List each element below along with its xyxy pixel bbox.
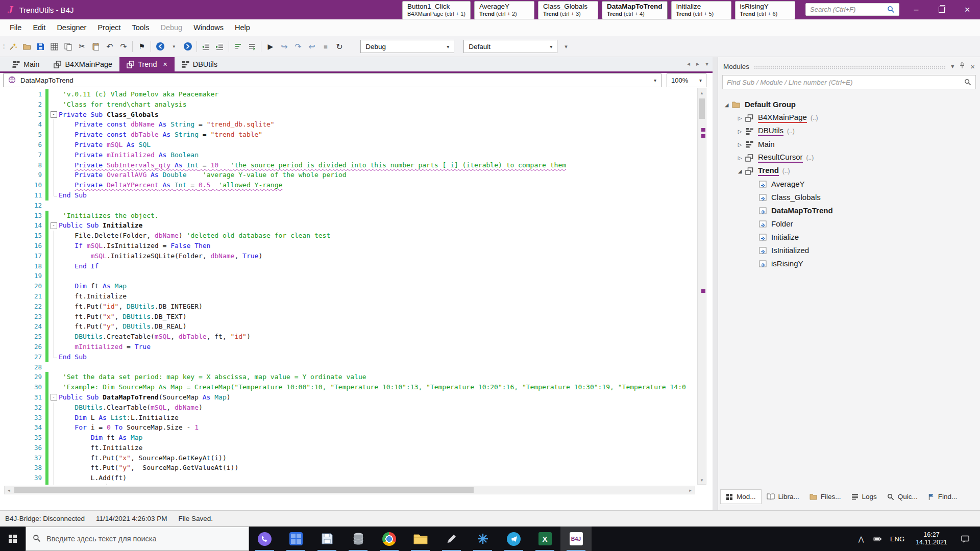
- zoom-select[interactable]: 100% ▾: [667, 73, 706, 87]
- floppy-taskbar-button[interactable]: [311, 527, 342, 551]
- panel-tab-Quic[interactable]: Quic...: [882, 489, 923, 504]
- line-number[interactable]: 18: [0, 261, 44, 271]
- code-line[interactable]: 29 'Set the data set period: map key = X…: [0, 372, 695, 382]
- search-input[interactable]: Search (Ctrl+F): [805, 3, 899, 16]
- viber-taskbar-button[interactable]: [249, 527, 280, 551]
- code-line[interactable]: 26 mInitialized = True: [0, 342, 695, 352]
- line-number[interactable]: 6: [0, 140, 44, 150]
- folder-taskbar-button[interactable]: [405, 527, 436, 551]
- indent-code-button[interactable]: [199, 40, 213, 54]
- code-line[interactable]: 23 ft.Put("x", DBUtils.DB_TEXT): [0, 312, 695, 322]
- line-number[interactable]: 14: [0, 220, 44, 231]
- excel-taskbar-button[interactable]: X: [529, 527, 560, 551]
- line-number[interactable]: 5: [0, 130, 44, 140]
- search-project-button[interactable]: [47, 40, 61, 54]
- menu-item-designer[interactable]: Designer: [51, 19, 92, 36]
- line-number[interactable]: 22: [0, 302, 44, 312]
- code-line[interactable]: 33 Dim L As List:L.Initialize: [0, 413, 695, 423]
- code-line[interactable]: 10 Private DeltaYPercent As Int = 0.5 'a…: [0, 180, 695, 190]
- expander-icon[interactable]: ◢: [736, 168, 744, 174]
- code-line[interactable]: 37 ft.Put("x", SourceMap.GetKeyAt(i)): [0, 453, 695, 463]
- vertical-scrollbar-track[interactable]: [698, 97, 706, 475]
- bookmark-button[interactable]: ⚑: [135, 40, 149, 54]
- tree-item-DataMapToTrend[interactable]: DataMapToTrend: [718, 204, 980, 217]
- panel-close-icon[interactable]: ×: [970, 62, 975, 71]
- expander-icon[interactable]: ◢: [722, 102, 731, 108]
- line-number[interactable]: 15: [0, 231, 44, 241]
- vertical-scrollbar-thumb[interactable]: [699, 98, 705, 119]
- line-number[interactable]: 34: [0, 422, 44, 433]
- line-number[interactable]: 24: [0, 321, 44, 332]
- code-line[interactable]: 28: [0, 362, 695, 372]
- redo-button[interactable]: ↷: [116, 40, 130, 54]
- code-line[interactable]: 2 'Class for trend\chart analysis: [0, 99, 695, 110]
- build-config-select[interactable]: Default▾: [463, 40, 557, 53]
- menu-item-tools[interactable]: Tools: [127, 19, 155, 36]
- line-number[interactable]: 37: [0, 453, 44, 463]
- menu-item-debug[interactable]: Debug: [155, 19, 188, 36]
- expander-icon[interactable]: ▷: [736, 115, 744, 121]
- close-tab-icon[interactable]: ×: [163, 60, 167, 68]
- notification-center-icon[interactable]: [954, 535, 976, 543]
- panel-splitter[interactable]: [713, 57, 718, 510]
- quick-tab-AverageY[interactable]: AverageY Trend (ctrl + 2): [474, 1, 534, 19]
- quick-tab-DataMapToTrend[interactable]: DataMapToTrend Trend (ctrl + 4): [602, 1, 668, 19]
- navigate-forward-button[interactable]: [181, 40, 194, 54]
- paste-button[interactable]: [89, 40, 103, 54]
- find-sub-input[interactable]: Find Sub / Module / Line number (Ctrl+E): [722, 75, 976, 89]
- tab-scroll-left-icon[interactable]: ◂: [687, 60, 690, 67]
- line-number[interactable]: 33: [0, 413, 44, 423]
- line-number[interactable]: 8: [0, 160, 44, 170]
- run-button[interactable]: ▶: [263, 40, 277, 54]
- fold-marker[interactable]: -: [48, 392, 59, 403]
- code-line[interactable]: 34 For i = 0 To SourceMap.Size - 1: [0, 422, 695, 433]
- doc-tab-DBUtils[interactable]: DBUtils: [175, 57, 225, 71]
- code-line[interactable]: 30 'Example: Dim SourceMap As Map = Crea…: [0, 382, 695, 392]
- code-line[interactable]: 3 - Private Sub Class_Globals: [0, 110, 695, 120]
- uncomment-code-button[interactable]: [245, 40, 259, 54]
- quick-tab-Class_Globals[interactable]: Class_Globals Trend (ctrl + 3): [538, 1, 598, 19]
- line-number[interactable]: 30: [0, 382, 44, 392]
- code-line[interactable]: 32 DBUtils.ClearTable(mSQL, dbName): [0, 403, 695, 413]
- line-number[interactable]: 29: [0, 372, 44, 382]
- code-line[interactable]: 15 File.Delete(Folder, dbName) 'deleted …: [0, 231, 695, 241]
- restart-button[interactable]: ↻: [332, 40, 346, 54]
- line-number[interactable]: 28: [0, 362, 44, 372]
- code-line[interactable]: 6 Private mSQL As SQL: [0, 140, 695, 150]
- line-number[interactable]: 11: [0, 190, 44, 201]
- debug-mode-select[interactable]: Debug▾: [360, 40, 454, 53]
- code-line[interactable]: 11 End Sub: [0, 190, 695, 201]
- step-into-button[interactable]: ↪: [277, 40, 291, 54]
- panel-tab-Find[interactable]: Find...: [923, 489, 963, 504]
- code-line[interactable]: 5 Private const dbTable As String = "tre…: [0, 130, 695, 140]
- code-line[interactable]: 24 ft.Put("y", DBUtils.DB_REAL): [0, 321, 695, 332]
- code-line[interactable]: 39 L.Add(ft): [0, 473, 695, 483]
- expander-icon[interactable]: ▷: [736, 155, 744, 161]
- code-line[interactable]: 13 'Initializes the object.: [0, 211, 695, 221]
- step-over-button[interactable]: ↷: [291, 40, 305, 54]
- code-line[interactable]: 40 Next: [0, 483, 695, 485]
- line-number[interactable]: 35: [0, 433, 44, 443]
- line-number[interactable]: 40: [0, 483, 44, 485]
- open-project-button[interactable]: [20, 40, 34, 54]
- tree-item-Initialize[interactable]: Initialize: [718, 231, 980, 244]
- tree-item-Class_Globals[interactable]: Class_Globals: [718, 191, 980, 204]
- line-number[interactable]: 19: [0, 271, 44, 281]
- doc-tab-Main[interactable]: Main: [5, 57, 46, 71]
- close-button[interactable]: ×: [954, 0, 980, 19]
- start-button[interactable]: [0, 527, 26, 551]
- horizontal-scrollbar[interactable]: ◂ ▸: [4, 486, 695, 494]
- code-line[interactable]: 12: [0, 201, 695, 211]
- restore-button[interactable]: [929, 0, 954, 19]
- horizontal-scrollbar-track[interactable]: [13, 486, 686, 494]
- line-number[interactable]: 23: [0, 312, 44, 322]
- tree-item-DBUtils[interactable]: ▷ DBUtils (..): [718, 124, 980, 138]
- comment-code-button[interactable]: [231, 40, 245, 54]
- stop-button[interactable]: ■: [318, 40, 332, 54]
- line-number[interactable]: 20: [0, 281, 44, 291]
- panel-tab-Logs[interactable]: Logs: [846, 489, 882, 504]
- b4j-taskbar-button[interactable]: B4J: [560, 527, 592, 551]
- step-return-button[interactable]: ↩: [305, 40, 318, 54]
- line-number[interactable]: 9: [0, 170, 44, 180]
- tree-item-Main[interactable]: ▷ Main: [718, 138, 980, 151]
